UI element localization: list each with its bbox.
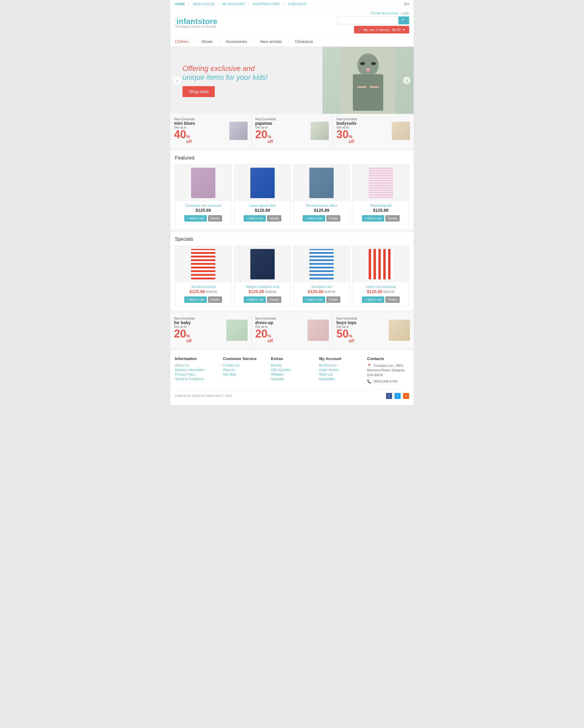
product-price-wrap: $125.89 $185.96 <box>294 289 350 294</box>
product-sale-price: $125.89 <box>367 289 382 294</box>
svg-rect-2 <box>353 74 383 111</box>
nav-cart[interactable]: SHOPPING CART <box>252 2 280 6</box>
hero-content: Offering exclusive and unique items for … <box>170 54 280 106</box>
nav-wishlist[interactable]: WISH LIST (0) <box>193 2 215 6</box>
product-name: Tempor incididunt ut la <box>236 285 289 288</box>
product-old-price: $185.96 <box>206 290 217 293</box>
add-to-cart-button[interactable]: + Add to cart <box>184 215 206 222</box>
promo-image <box>307 319 329 341</box>
footer-link-returns[interactable]: Returns <box>223 368 265 372</box>
specials-title: Specials <box>175 236 409 242</box>
footer-link-affiliates[interactable]: Affiliates <box>271 372 313 376</box>
footer-link-contact[interactable]: Contact Us <box>223 363 265 367</box>
account-links: Create an account Login <box>371 11 409 15</box>
footer-address: 📍 Company Inc., 8901 Marmora Road, Glasg… <box>367 363 409 378</box>
product-image <box>234 246 291 282</box>
hero-product-image <box>341 47 395 114</box>
login-link[interactable]: Login <box>401 11 409 15</box>
promo-new-label: New Essentials <box>174 317 195 320</box>
add-to-cart-button[interactable]: + Add to cart <box>362 296 384 303</box>
create-account-link[interactable]: Create an account <box>371 11 398 15</box>
details-button[interactable]: Details <box>208 296 222 303</box>
promo-for-baby: New Essentials for baby Get up to 20 % o… <box>170 313 252 347</box>
details-button[interactable]: Details <box>267 296 281 303</box>
twitter-icon[interactable]: t <box>394 393 400 399</box>
product-price: $125.89 <box>234 208 291 213</box>
footer-link-terms[interactable]: Terms & Conditions <box>175 377 217 381</box>
details-button[interactable]: Details <box>208 215 222 222</box>
add-to-cart-button[interactable]: + Add to cart <box>244 215 266 222</box>
promo-mini-blues: New Essentials mini blues Get up to 40 %… <box>170 114 252 148</box>
search-input[interactable] <box>338 17 398 24</box>
footer-col-information: Information About Us Delivery Informatio… <box>175 356 217 385</box>
hero-image <box>323 47 414 114</box>
add-to-cart-button[interactable]: + Add to cart <box>184 296 206 303</box>
product-card: Excepteur sint occaecat $125.89 + Add to… <box>175 164 232 224</box>
footer-col-account: My Account My Account Order History Wish… <box>319 356 361 385</box>
nav-account[interactable]: MY ACCOUNT <box>222 2 245 6</box>
bottom-promo-strip: New Essentials for baby Get up to 20 % o… <box>170 313 414 347</box>
add-to-cart-button[interactable]: + Add to cart <box>303 215 325 222</box>
footer-link-privacy[interactable]: Privacy Policy <box>175 372 217 376</box>
shop-now-button[interactable]: Shop now! <box>183 86 215 97</box>
details-button[interactable]: Details <box>385 215 400 222</box>
product-old-price: $185.96 <box>384 290 394 293</box>
nav-checkout[interactable]: CHECKOUT <box>288 2 307 6</box>
product-image <box>294 246 350 282</box>
phone-icon: 📞 <box>367 380 371 383</box>
featured-section: Featured Excepteur sint occaecat $125.89… <box>170 151 414 229</box>
nav-clothes[interactable]: Clothes <box>175 39 188 44</box>
product-name: Adipisicing elit <box>354 204 408 207</box>
product-image <box>175 165 231 201</box>
top-bar: HOME | WISH LIST (0) | MY ACCOUNT | SHOP… <box>170 0 414 8</box>
rss-icon[interactable]: ∿ <box>403 393 409 399</box>
product-actions: + Add to cart Details <box>294 296 350 305</box>
details-button[interactable]: Details <box>326 215 341 222</box>
add-to-cart-button[interactable]: + Add to cart <box>303 296 325 303</box>
footer-link-brands[interactable]: Brands <box>271 363 313 367</box>
add-to-cart-button[interactable]: + Add to cart <box>244 296 266 303</box>
footer-bottom: Powered by OpenCart Infant store © 2013 … <box>175 390 409 399</box>
promo-new-label: New Essentials <box>336 118 357 121</box>
promo-percent: 20 <box>255 129 267 140</box>
promo-image <box>229 122 248 140</box>
nav-home[interactable]: HOME <box>175 2 185 6</box>
footer-link-vouchers[interactable]: Gift Vouchers <box>271 368 313 372</box>
product-price-wrap: $125.89 $185.96 <box>234 289 291 294</box>
details-button[interactable]: Details <box>267 215 281 222</box>
footer-link-wish-list[interactable]: Wish List <box>319 372 361 376</box>
promo-category: mini blues <box>174 121 195 126</box>
nav-shoes[interactable]: Shoes <box>201 39 213 44</box>
footer-link-specials[interactable]: Specials <box>271 377 313 381</box>
header-right: Create an account Login 🔍 🛒 My cart: 0 i… <box>338 11 409 33</box>
svg-point-1 <box>357 54 379 77</box>
details-button[interactable]: Details <box>385 296 400 303</box>
footer-link-newsletter[interactable]: Newsletter <box>319 377 361 381</box>
facebook-icon[interactable]: f <box>386 393 392 399</box>
header: 'infantstore The biggest choice on the w… <box>170 8 414 37</box>
search-button[interactable]: 🔍 <box>398 17 409 24</box>
logo-quote: ' <box>175 20 176 25</box>
cart-dropdown-icon: ▼ <box>402 28 406 32</box>
logo[interactable]: 'infantstore The biggest choice on the w… <box>175 17 217 28</box>
cart-button[interactable]: 🛒 My cart: 0 item(s) - $0.00 ▼ <box>354 26 409 33</box>
footer-link-my-account[interactable]: My Account <box>319 363 361 367</box>
promo-percent: 30 <box>336 129 349 140</box>
product-actions: + Add to cart Details <box>353 296 409 305</box>
promo-category: boys tops <box>336 320 357 325</box>
footer-link-sitemap[interactable]: Site Map <box>223 372 265 376</box>
add-to-cart-button[interactable]: + Add to cart <box>362 215 384 222</box>
product-name: Excepteur sin <box>295 285 348 288</box>
nav-accessories[interactable]: Accessories <box>226 39 247 44</box>
footer-link-order-history[interactable]: Order History <box>319 368 361 372</box>
nav-clearance[interactable]: Clearance <box>295 39 313 44</box>
promo-dress-up: New Essentials dress-up Get up to 20 % o… <box>252 313 333 347</box>
product-image <box>175 246 231 282</box>
hero-next-button[interactable]: › <box>403 77 411 84</box>
nav-new-arrivals[interactable]: New arrivals <box>260 39 282 44</box>
footer-link-delivery[interactable]: Delivery Information <box>175 368 217 372</box>
details-button[interactable]: Details <box>326 296 341 303</box>
footer-link-about[interactable]: About Us <box>175 363 217 367</box>
product-card: Tempor incididunt ut la $125.89 $185.96 … <box>234 245 291 306</box>
product-card: Sit amet conse cletur $125.89 + Add to c… <box>293 164 350 224</box>
